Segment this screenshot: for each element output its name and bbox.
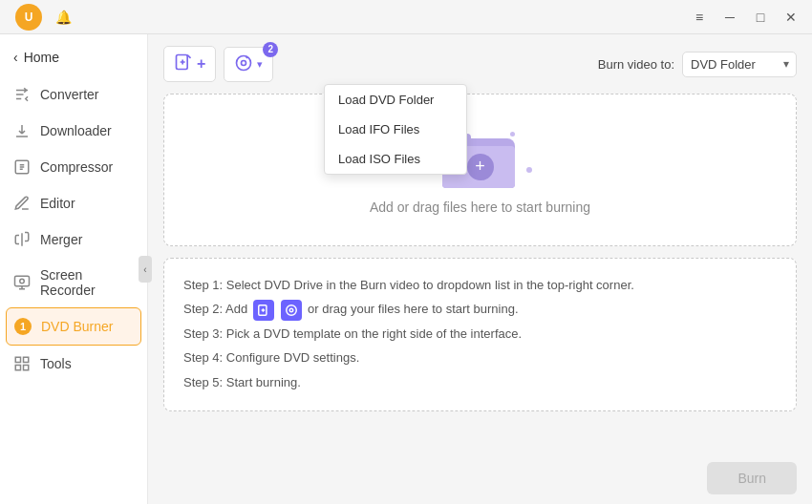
sidebar-item-label: DVD Burner [41,319,113,334]
downloader-icon [13,122,31,139]
dropdown-item-iso-files[interactable]: Load ISO Files [325,144,466,174]
sidebar-item-editor[interactable]: Editor [0,185,147,221]
svg-rect-7 [24,366,29,370]
maximize-button[interactable]: □ [747,4,774,31]
sidebar-item-label: Editor [40,196,75,211]
add-dvd-button[interactable]: ▾ 2 [224,47,273,82]
svg-point-11 [242,60,246,65]
sidebar-item-label: Compressor [40,159,113,175]
bottom-bar: Burn [148,452,812,504]
close-button[interactable]: ✕ [778,4,804,31]
editor-icon [13,195,31,212]
merger-icon [13,231,31,248]
inline-add-icon [253,300,274,321]
menu-icon[interactable]: ≡ [686,4,713,31]
collapse-sidebar-handle[interactable]: ‹ [139,256,152,283]
step4-text: Step 4: Configure DVD settings. [183,346,777,368]
drop-zone-text: Add or drag files here to start burning [370,200,590,215]
svg-rect-1 [15,276,30,286]
burn-button[interactable]: Burn [707,462,797,494]
svg-rect-8 [15,366,20,370]
toolbar: + ▾ 2 Load DVD Folder Load IFO Files Loa… [163,46,797,82]
sidebar-item-screen-recorder[interactable]: Screen Recorder [0,258,147,307]
tools-icon [13,355,31,372]
inline-dvd-icon [281,300,302,321]
dropdown-menu: Load DVD Folder Load IFO Files Load ISO … [324,84,467,175]
add-files-button[interactable]: + [163,46,216,82]
svg-rect-5 [15,357,20,362]
content-area: + ▾ 2 Load DVD Folder Load IFO Files Loa… [148,34,812,452]
sidebar-item-compressor[interactable]: Compressor [0,149,147,185]
sidebar-item-label: Downloader [40,123,112,138]
back-button[interactable]: ‹ Home [0,42,147,73]
burn-to-select[interactable]: DVD Folder DVD Disc ISO File [682,52,797,77]
burn-to-select-wrapper[interactable]: DVD Folder DVD Disc ISO File [682,52,797,77]
step5-text: Step 5: Start burning. [183,371,777,393]
sidebar-item-dvd-burner[interactable]: 1 DVD Burner [6,307,141,346]
add-files-icon [174,52,193,75]
converter-icon [13,86,31,103]
title-bar: U 🔔 ≡ ─ □ ✕ [0,0,812,34]
burn-to-section: Burn video to: DVD Folder DVD Disc ISO F… [598,52,797,77]
title-bar-app-icons: U 🔔 [15,4,76,31]
instructions-panel: Step 1: Select DVD Drive in the Burn vid… [163,258,797,411]
compressor-icon [13,158,31,176]
svg-point-2 [20,279,25,284]
sidebar-item-tools[interactable]: Tools [0,346,147,382]
dropdown-item-dvd-folder[interactable]: Load DVD Folder [325,85,466,115]
dvd-badge-2: 2 [263,42,278,57]
minimize-button[interactable]: ─ [716,4,743,31]
step2-text: Step 2: Add or drag your files here to s… [183,298,777,321]
sidebar-item-merger[interactable]: Merger [0,221,147,258]
screen-recorder-icon [13,274,31,291]
dropdown-item-ifo-files[interactable]: Load IFO Files [325,115,466,144]
drop-zone[interactable]: + Add or drag files here to start burnin… [163,94,797,246]
sidebar-item-label: Converter [40,87,98,102]
sidebar: ‹ Home Converter Downloader Compressor [0,34,148,504]
sidebar-item-converter[interactable]: Converter [0,76,147,113]
sidebar-item-label: Screen Recorder [40,267,134,298]
add-files-plus: + [197,55,205,73]
home-label: Home [24,50,59,65]
notification-icon[interactable]: 🔔 [50,4,76,31]
svg-rect-6 [24,357,29,362]
dvd-dropdown-arrow: ▾ [257,58,263,71]
step3-text: Step 3: Pick a DVD template on the right… [183,323,777,345]
dvd-button-icon [234,53,253,75]
sidebar-item-downloader[interactable]: Downloader [0,113,147,149]
sidebar-badge-1: 1 [14,318,32,335]
sidebar-item-label: Tools [40,356,72,371]
step1-text: Step 1: Select DVD Drive in the Burn vid… [183,274,777,296]
sidebar-item-label: Merger [40,232,82,247]
main-layout: ‹ Home Converter Downloader Compressor [0,34,812,504]
app-icon: U [15,4,42,31]
svg-point-13 [287,305,297,316]
burn-to-label: Burn video to: [598,57,674,72]
svg-point-14 [290,308,294,312]
back-arrow-icon: ‹ [13,50,18,65]
svg-point-10 [237,55,251,70]
